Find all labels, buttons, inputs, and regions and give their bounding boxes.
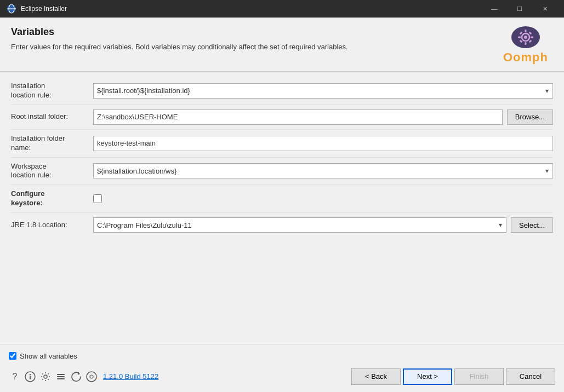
settings-icon[interactable]: [39, 371, 52, 383]
preferences-icon[interactable]: [86, 371, 98, 383]
version-link[interactable]: 1.21.0 Build 5122: [103, 372, 158, 381]
svg-point-17: [44, 375, 47, 378]
form-row-jre-location: JRE 1.8 Location: C:\Program Files\Zulu\…: [11, 213, 553, 237]
oomph-icon-circle: [511, 26, 540, 48]
svg-rect-20: [57, 378, 65, 379]
input-root-install-folder[interactable]: [93, 109, 503, 125]
control-jre-location: C:\Program Files\Zulu\zulu-11 Select...: [93, 217, 553, 233]
window-title: Eclipse Installer: [21, 5, 482, 13]
footer-icons: ? 1.21.0 Build 5122: [9, 371, 351, 383]
label-install-folder-name: Installation foldername:: [11, 134, 93, 153]
select-button-jre[interactable]: Select...: [511, 217, 553, 233]
label-root-install-folder: Root install folder:: [11, 112, 93, 122]
info-icon[interactable]: [24, 371, 36, 383]
refresh-icon[interactable]: [70, 371, 82, 383]
control-install-location-rule: ${install.root/}${installation.id}: [93, 83, 553, 99]
show-all-variables-label: Show all variables: [20, 352, 77, 360]
control-configure-keystore: [93, 194, 553, 203]
select-wrapper-install-location: ${install.root/}${installation.id}: [93, 83, 553, 99]
svg-rect-6: [525, 30, 527, 32]
header-subtitle: Enter values for the required variables.…: [11, 42, 487, 52]
select-install-location-rule[interactable]: ${install.root/}${installation.id}: [93, 83, 553, 99]
svg-rect-18: [57, 374, 65, 375]
window-controls: — ☐ ✕: [482, 0, 557, 18]
form-row-workspace-location-rule: Workspacelocation rule: ${installation.l…: [11, 158, 553, 186]
bottom-bar: Show all variables ? 1: [0, 344, 564, 392]
cancel-button[interactable]: Cancel: [506, 368, 555, 385]
label-install-location-rule: Installationlocation rule:: [11, 82, 93, 100]
main-window: Variables Enter values for the required …: [0, 18, 564, 392]
titlebar: Eclipse Installer — ☐ ✕: [0, 0, 564, 18]
oomph-logo: Oomph: [498, 26, 553, 65]
header-text: Variables Enter values for the required …: [11, 26, 487, 52]
svg-rect-8: [518, 37, 521, 38]
back-button[interactable]: < Back: [351, 368, 401, 385]
show-all-variables-checkbox[interactable]: [9, 352, 16, 360]
select-wrapper-jre: C:\Program Files\Zulu\zulu-11: [93, 217, 506, 233]
maximize-button[interactable]: ☐: [507, 0, 532, 18]
svg-point-21: [87, 372, 96, 382]
checkbox-configure-keystore[interactable]: [93, 194, 102, 203]
help-icon[interactable]: ?: [9, 371, 21, 383]
next-button[interactable]: Next >: [403, 368, 452, 385]
control-install-folder-name: [93, 136, 553, 151]
select-workspace-location-rule[interactable]: ${installation.location/ws}: [93, 163, 553, 178]
svg-rect-16: [30, 376, 31, 379]
label-workspace-location-rule: Workspacelocation rule:: [11, 162, 93, 181]
header-section: Variables Enter values for the required …: [0, 18, 564, 72]
nav-buttons: < Back Next > Finish Cancel: [351, 368, 555, 385]
show-variables-row: Show all variables: [9, 348, 555, 362]
svg-rect-19: [57, 376, 65, 377]
input-install-folder-name[interactable]: [93, 136, 553, 151]
oomph-label: Oomph: [503, 50, 548, 65]
oomph-gear-icon: [515, 26, 537, 48]
button-row: ? 1.21.0 Build 5122 < Bac: [9, 368, 555, 389]
control-workspace-location-rule: ${installation.location/ws}: [93, 163, 553, 178]
minimize-button[interactable]: —: [482, 0, 507, 18]
svg-point-5: [524, 36, 527, 39]
close-button[interactable]: ✕: [532, 0, 557, 18]
select-jre-location[interactable]: C:\Program Files\Zulu\zulu-11: [93, 217, 506, 233]
form-area: Installationlocation rule: ${install.roo…: [0, 72, 564, 344]
finish-button[interactable]: Finish: [454, 368, 504, 385]
label-configure-keystore: Configurekeystore:: [11, 189, 93, 208]
select-wrapper-workspace: ${installation.location/ws}: [93, 163, 553, 178]
list-icon[interactable]: [55, 371, 67, 383]
browse-button[interactable]: Browse...: [507, 109, 553, 125]
control-root-install-folder: Browse...: [93, 109, 553, 125]
form-row-root-install-folder: Root install folder: Browse...: [11, 105, 553, 130]
svg-rect-9: [531, 37, 533, 38]
form-row-install-folder-name: Installation foldername:: [11, 130, 553, 158]
svg-rect-7: [525, 42, 527, 45]
page-title: Variables: [11, 26, 487, 38]
app-icon: [7, 4, 16, 14]
form-row-install-location-rule: Installationlocation rule: ${install.roo…: [11, 77, 553, 105]
svg-point-15: [30, 374, 31, 375]
label-jre-location: JRE 1.8 Location:: [11, 221, 93, 230]
form-row-configure-keystore: Configurekeystore:: [11, 185, 553, 213]
